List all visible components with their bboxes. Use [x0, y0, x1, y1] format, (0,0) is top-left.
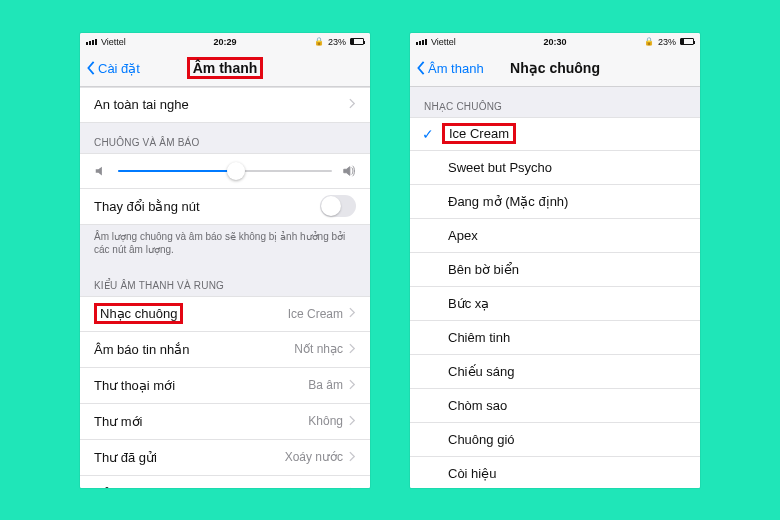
tone-row[interactable]: Apex	[410, 219, 700, 253]
tone-row[interactable]: Chiêm tinh	[410, 321, 700, 355]
back-label: Cài đặt	[98, 61, 140, 76]
tone-label: Bức xạ	[448, 296, 489, 311]
row-label: Thư đã gửi	[94, 450, 157, 465]
tone-row[interactable]: Bên bờ biển	[410, 253, 700, 287]
tone-row[interactable]: Chuông gió	[410, 423, 700, 457]
tone-label: Bên bờ biển	[448, 262, 519, 277]
chevron-left-icon	[86, 61, 96, 75]
tone-label: Chiêm tinh	[448, 330, 510, 345]
row-label: An toàn tai nghe	[94, 97, 189, 112]
row-label: Thư mới	[94, 414, 143, 429]
tone-label: Chiếu sáng	[448, 364, 515, 379]
lock-icon: 🔒	[644, 37, 654, 46]
group-footer: Âm lượng chuông và âm báo sẽ không bị ản…	[80, 225, 370, 266]
tone-row-selected[interactable]: ✓ Ice Cream	[410, 117, 700, 151]
tone-label: Sweet but Psycho	[448, 160, 552, 175]
row-safety[interactable]: An toàn tai nghe	[80, 87, 370, 123]
tone-row[interactable]: Bức xạ	[410, 287, 700, 321]
row-value: Ice Cream	[288, 307, 343, 321]
row-label: Thay đổi bằng nút	[94, 199, 200, 214]
volume-high-icon	[342, 164, 356, 178]
chevron-right-icon	[349, 97, 356, 112]
row-value: Không	[308, 414, 343, 428]
group-header-tones: NHẠC CHUÔNG	[410, 87, 700, 117]
row-sent-mail[interactable]: Thư đã gửi Xoáy nước	[80, 440, 370, 476]
clock: 20:29	[213, 37, 236, 47]
slider-track[interactable]	[118, 170, 332, 172]
tone-label: Đang mở (Mặc định)	[448, 194, 568, 209]
tone-label: Còi hiệu	[448, 466, 496, 481]
status-bar: Viettel 20:30 🔒 23%	[410, 33, 700, 51]
tone-row[interactable]: Chòm sao	[410, 389, 700, 423]
signal-icon	[416, 39, 427, 45]
row-calendar[interactable]: Cảnh báo lịch Đàn dây	[80, 476, 370, 488]
content: An toàn tai nghe CHUÔNG VÀ ÂM BÁO Thay đ…	[80, 87, 370, 488]
content: NHẠC CHUÔNG ✓ Ice Cream Sweet but Psycho…	[410, 87, 700, 488]
tone-label: Apex	[448, 228, 478, 243]
group-header-ring: CHUÔNG VÀ ÂM BÁO	[80, 123, 370, 153]
page-title: Âm thanh	[187, 57, 264, 79]
checkmark-icon: ✓	[422, 126, 434, 142]
page-title: Nhạc chuông	[510, 60, 600, 76]
carrier-label: Viettel	[431, 37, 456, 47]
tone-label: Chuông gió	[448, 432, 515, 447]
group-header-sounds: KIỂU ÂM THANH VÀ RUNG	[80, 266, 370, 296]
row-voicemail[interactable]: Thư thoại mới Ba âm	[80, 368, 370, 404]
row-ringtone[interactable]: Nhạc chuông Ice Cream	[80, 296, 370, 332]
chevron-right-icon	[349, 450, 356, 465]
phone-ringtone: Viettel 20:30 🔒 23% Âm thanh Nhạc chuông…	[410, 33, 700, 488]
back-button[interactable]: Âm thanh	[416, 61, 484, 76]
volume-low-icon	[94, 164, 108, 178]
chevron-right-icon	[349, 306, 356, 321]
row-label: Âm báo tin nhắn	[94, 342, 189, 357]
volume-slider[interactable]	[80, 153, 370, 189]
tone-row[interactable]: Đang mở (Mặc định)	[410, 185, 700, 219]
battery-icon	[350, 38, 364, 45]
back-button[interactable]: Cài đặt	[86, 61, 140, 76]
back-label: Âm thanh	[428, 61, 484, 76]
chevron-right-icon	[349, 378, 356, 393]
battery-label: 23%	[658, 37, 676, 47]
chevron-left-icon	[416, 61, 426, 75]
nav-bar: Âm thanh Nhạc chuông	[410, 51, 700, 87]
nav-bar: Cài đặt Âm thanh	[80, 51, 370, 87]
row-value: Đàn dây	[298, 486, 343, 488]
tone-label: Ice Cream	[442, 123, 516, 144]
slider-thumb[interactable]	[227, 162, 245, 180]
row-value: Xoáy nước	[285, 450, 343, 464]
lock-icon: 🔒	[314, 37, 324, 46]
tone-label: Chòm sao	[448, 398, 507, 413]
row-value: Nốt nhạc	[294, 342, 343, 356]
clock: 20:30	[543, 37, 566, 47]
tone-row[interactable]: Còi hiệu	[410, 457, 700, 488]
tone-row[interactable]: Chiếu sáng	[410, 355, 700, 389]
chevron-right-icon	[349, 342, 356, 357]
carrier-label: Viettel	[101, 37, 126, 47]
row-value: Ba âm	[308, 378, 343, 392]
battery-label: 23%	[328, 37, 346, 47]
toggle-off[interactable]	[320, 195, 356, 217]
status-bar: Viettel 20:29 🔒 23%	[80, 33, 370, 51]
signal-icon	[86, 39, 97, 45]
row-change-with-buttons[interactable]: Thay đổi bằng nút	[80, 189, 370, 225]
row-new-mail[interactable]: Thư mới Không	[80, 404, 370, 440]
chevron-right-icon	[349, 414, 356, 429]
battery-icon	[680, 38, 694, 45]
row-label: Cảnh báo lịch	[94, 486, 175, 488]
row-text-tone[interactable]: Âm báo tin nhắn Nốt nhạc	[80, 332, 370, 368]
row-label: Thư thoại mới	[94, 378, 175, 393]
tone-row[interactable]: Sweet but Psycho	[410, 151, 700, 185]
row-label: Nhạc chuông	[94, 303, 183, 324]
chevron-right-icon	[349, 486, 356, 488]
phone-sounds: Viettel 20:29 🔒 23% Cài đặt Âm thanh An …	[80, 33, 370, 488]
